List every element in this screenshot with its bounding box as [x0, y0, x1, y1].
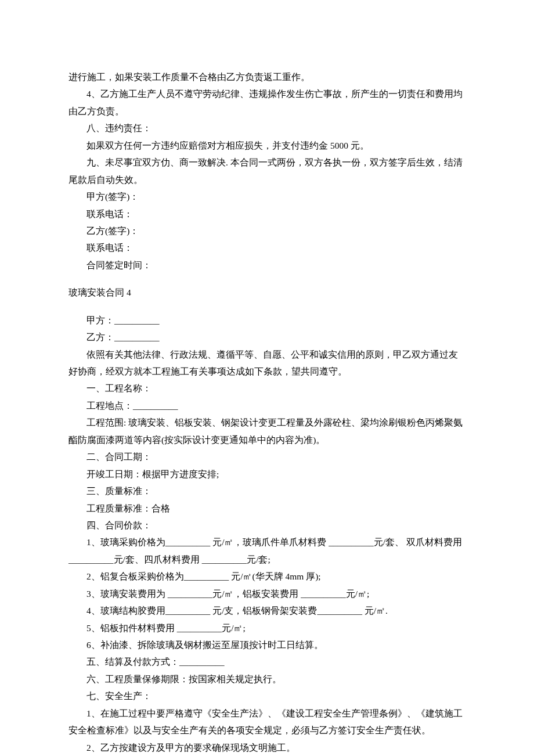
paragraph: 工程地点：__________: [68, 397, 466, 414]
paragraph: 五、结算及付款方式：__________: [68, 653, 466, 670]
paragraph: 进行施工，如果安装工作质量不合格由乙方负责返工重作。: [68, 69, 466, 85]
paragraph: 乙方(签字)：: [68, 222, 466, 239]
paragraph: 七、安全生产：: [68, 687, 466, 704]
paragraph: 甲方(签字)：: [68, 188, 466, 205]
paragraph: 2、铝复合板采购价格为__________ 元/㎡(华天牌 4mm 厚);: [68, 568, 466, 585]
paragraph: 三、质量标准：: [68, 483, 466, 499]
paragraph: 开竣工日期：根据甲方进度安排;: [68, 466, 466, 483]
paragraph: 一、工程名称：: [68, 380, 466, 397]
paragraph: 八、违约责任：: [68, 120, 466, 136]
paragraph: 3、玻璃安装费用为 __________元/㎡，铝板安装费用 _________…: [68, 585, 466, 602]
paragraph: 合同签定时间：: [68, 257, 466, 273]
paragraph: 甲方：__________: [68, 312, 466, 329]
paragraph: 联系电话：: [68, 206, 466, 222]
document-page: 进行施工，如果安装工作质量不合格由乙方负责返工重作。 4、乙方施工生产人员不遵守…: [0, 0, 534, 756]
paragraph: 乙方：__________: [68, 329, 466, 345]
contract-title: 玻璃安装合同 4: [68, 284, 466, 301]
paragraph: 4、玻璃结构胶费用__________ 元/支，铝板钢骨架安装费________…: [68, 602, 466, 619]
paragraph: 4、乙方施工生产人员不遵守劳动纪律、违规操作发生伤亡事故，所产生的一切责任和费用…: [68, 85, 466, 120]
paragraph: 工程范围: 玻璃安装、铝板安装、钢架设计变更工程量及外露砼柱、梁均涂刷银粉色丙烯…: [68, 414, 466, 448]
paragraph: 六、工程质量保修期限：按国家相关规定执行。: [68, 671, 466, 687]
paragraph: 6、补油漆、拆除玻璃及钢材搬运至屋顶按计时工日结算。: [68, 636, 466, 653]
paragraph: 2、乙方按建设方及甲方的要求确保现场文明施工。: [68, 739, 466, 756]
paragraph: 联系电话：: [68, 239, 466, 256]
paragraph: 如果双方任何一方违约应赔偿对方相应损失，并支付违约金 5000 元。: [68, 137, 466, 154]
paragraph: 二、合同工期：: [68, 448, 466, 465]
paragraph: 依照有关其他法律、行政法规、遵循平等、自愿、公平和诚实信用的原则，甲乙双方通过友…: [68, 346, 466, 380]
paragraph: 1、玻璃采购价格为__________ 元/㎡，玻璃爪件单爪材料费 ______…: [68, 534, 466, 568]
paragraph: 5、铝板扣件材料费用 __________元/㎡;: [68, 620, 466, 636]
paragraph: 工程质量标准：合格: [68, 500, 466, 517]
paragraph: 四、合同价款：: [68, 517, 466, 534]
paragraph: 1、在施工过程中要严格遵守《安全生产法》、《建设工程安全生产管理条例》、《建筑施…: [68, 705, 466, 739]
paragraph: 九、未尽事宜双方仂、商一致解决. 本合同一式两份，双方各执一份，双方签字后生效，…: [68, 154, 466, 188]
